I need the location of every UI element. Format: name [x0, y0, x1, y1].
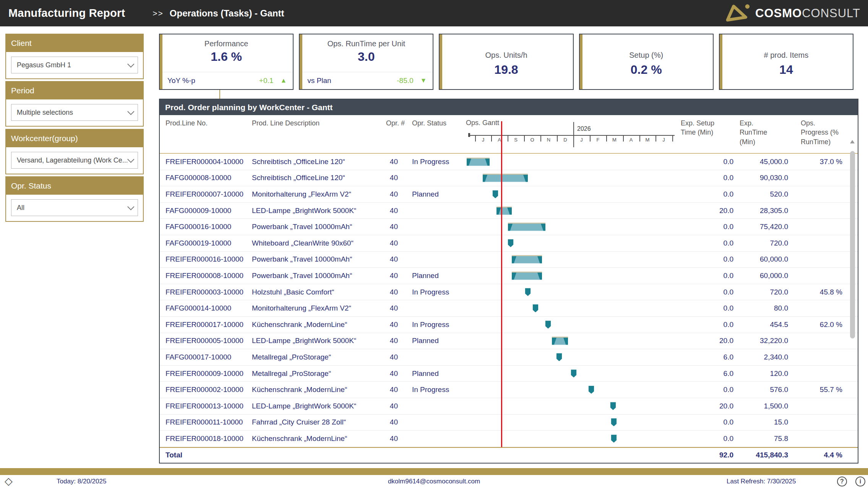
gantt-milestone-marker[interactable]: [533, 304, 539, 312]
kpi-caption: YoY %-p: [167, 76, 195, 85]
gantt-today-line: [501, 121, 502, 447]
gantt-task-bar[interactable]: [496, 207, 512, 215]
opr-number: 40: [383, 158, 407, 166]
prod-line-no: FAFG000014-10000: [165, 304, 252, 312]
gantt-milestone-marker[interactable]: [508, 239, 514, 247]
gantt-milestone-marker[interactable]: [556, 353, 562, 361]
col-header-ops-progress[interactable]: Ops. Progress (% RunTime): [793, 115, 847, 153]
table-row[interactable]: FAFG000008-10000 Schreibtisch „OfficeLin…: [160, 170, 858, 187]
gantt-month-label: A: [627, 137, 635, 143]
gantt-task-bar[interactable]: [552, 337, 568, 345]
gantt-year-label: 2026: [577, 125, 591, 133]
prod-line-no: FREIFER000013-10000: [165, 402, 252, 410]
exp-runtime: 60,000.0: [738, 255, 793, 264]
exp-setup-time: 0.0: [677, 239, 738, 247]
ops-progress: 55.7 %: [793, 386, 847, 394]
scrollbar-up-arrow[interactable]: [850, 140, 855, 143]
table-row[interactable]: FREIFER000016-10000 Powerbank „Travel 10…: [160, 252, 858, 268]
opr-number: 40: [383, 207, 407, 215]
gantt-cell: [465, 317, 677, 333]
bar-end-cap: [563, 338, 568, 345]
prod-line-description: Küchenschrank „ModernLine“: [252, 320, 383, 329]
kpi-value: 19.8: [440, 63, 573, 77]
opr-status: In Progress: [407, 386, 465, 394]
col-header-opr-status[interactable]: Opr. Status: [407, 115, 465, 153]
gantt-task-bar[interactable]: [467, 158, 490, 166]
gantt-month-label: N: [545, 137, 553, 143]
exp-runtime: 80.0: [738, 304, 793, 312]
opr-number: 40: [383, 288, 407, 296]
table-row[interactable]: FREIFER000004-10000 Schreibtisch „Office…: [160, 154, 858, 170]
col-header-exp-setup[interactable]: Exp. Setup Time (Min): [677, 115, 738, 153]
info-icon[interactable]: i: [855, 477, 865, 486]
exp-runtime: 32,220.0: [738, 337, 793, 345]
table-row[interactable]: FAFG000017-10000 Metallregal „ProStorage…: [160, 349, 858, 366]
bar-start-cap: [467, 158, 471, 166]
prod-line-description: Powerbank „Travel 10000mAh“: [252, 223, 383, 231]
table-row[interactable]: FREIFER000013-10000 LED-Lampe „BrightWor…: [160, 398, 858, 415]
col-header-description[interactable]: Prod. Line Description: [252, 115, 383, 153]
period-dropdown-value: Multiple selections: [17, 109, 73, 117]
table-row[interactable]: FREIFER000009-10000 Metallregal „ProStor…: [160, 366, 858, 382]
gantt-task-bar[interactable]: [508, 223, 545, 231]
table-row[interactable]: FAFG000014-10000 Monitorhalterung „FlexA…: [160, 300, 858, 317]
exp-runtime: 60,000.0: [738, 272, 793, 280]
gantt-milestone-marker[interactable]: [493, 190, 498, 198]
table-row[interactable]: FAFG000019-10000 Whiteboard „CleanWrite …: [160, 235, 858, 252]
opr-status: Planned: [407, 190, 465, 198]
scrollbar-thumb[interactable]: [850, 151, 855, 338]
exp-setup-time: 0.0: [677, 223, 738, 231]
opr-status-dropdown[interactable]: All: [11, 199, 138, 216]
gantt-task-bar[interactable]: [512, 272, 542, 280]
table-row[interactable]: FAFG000009-10000 LED-Lampe „BrightWork 5…: [160, 203, 858, 219]
opr-status-dropdown-value: All: [17, 204, 24, 212]
table-row[interactable]: FREIFER000003-10000 Holzstuhl „Basic Com…: [160, 284, 858, 301]
gantt-month-label: J: [479, 137, 487, 143]
exp-setup-time: 0.0: [677, 434, 738, 443]
opr-number: 40: [383, 402, 407, 410]
gantt-cell: [465, 203, 677, 219]
col-header-ops-gantt[interactable]: Ops. Gantt 2026 JASONDJFMAMJ: [465, 115, 677, 153]
prod-line-description: Metallregal „ProStorage“: [252, 369, 383, 378]
exp-setup-time: 0.0: [677, 190, 738, 198]
gantt-milestone-marker[interactable]: [571, 369, 577, 377]
col-header-opr-no[interactable]: Opr. #: [383, 115, 407, 153]
help-icon[interactable]: ?: [837, 477, 847, 486]
table-row[interactable]: FREIFER000005-10000 LED-Lampe „BrightWor…: [160, 333, 858, 350]
col-header-prod-line-no[interactable]: Prod.Line No.: [165, 115, 252, 153]
gantt-cell: [465, 268, 677, 284]
gantt-task-bar[interactable]: [483, 174, 528, 182]
table-row[interactable]: FREIFER000002-10000 Küchenschrank „Moder…: [160, 382, 858, 398]
table-row[interactable]: FREIFER000011-10000 Fahrrad „City Cruise…: [160, 415, 858, 431]
chevron-down-icon: [127, 60, 134, 67]
cosmo-consult-logo: COSMOCONSULT: [723, 3, 860, 24]
gantt-milestone-marker[interactable]: [611, 418, 617, 426]
exp-runtime: 1,500.0: [738, 402, 793, 410]
table-row[interactable]: FAFG000016-10000 Powerbank „Travel 10000…: [160, 219, 858, 235]
gantt-milestone-marker[interactable]: [589, 386, 594, 394]
client-dropdown[interactable]: Pegasus GmbH 1: [11, 57, 138, 73]
prod-line-no: FAFG000016-10000: [165, 223, 252, 231]
col-header-text: Exp. RunTime (Min): [738, 119, 774, 146]
gantt-milestone-marker[interactable]: [545, 320, 551, 329]
gantt-cell: [465, 349, 677, 365]
table-row[interactable]: FREIFER000017-10000 Küchenschrank „Moder…: [160, 317, 858, 333]
gantt-task-bar[interactable]: [512, 255, 542, 264]
report-title: Manufacturing Report: [8, 7, 125, 20]
workcenter-dropdown[interactable]: Versand, Lagerabteilung (Work Ce...: [11, 152, 138, 169]
exp-runtime: 28,305.0: [738, 207, 793, 215]
gantt-month-label: A: [495, 137, 504, 143]
gantt-milestone-marker[interactable]: [610, 402, 616, 410]
gantt-milestone-marker[interactable]: [611, 434, 617, 442]
opr-status: Planned: [407, 272, 465, 280]
prod-line-description: Küchenschrank „ModernLine“: [252, 434, 383, 443]
table-row[interactable]: FREIFER000008-10000 Powerbank „Travel 10…: [160, 268, 858, 284]
period-dropdown[interactable]: Multiple selections: [11, 104, 138, 121]
col-header-exp-runtime[interactable]: Exp. RunTime (Min): [738, 115, 793, 153]
table-row[interactable]: FREIFER000007-10000 Monitorhalterung „Fl…: [160, 186, 858, 203]
kpi-delta: -85.0: [397, 76, 413, 85]
gantt-milestone-marker[interactable]: [525, 288, 531, 296]
prod-line-no: FAFG000019-10000: [165, 239, 252, 247]
kpi-card-row: Performance 1.6 % YoY %-p +0.1 ▲ Ops. Ru…: [159, 34, 853, 90]
table-row[interactable]: FREIFER000018-10000 Küchenschrank „Moder…: [160, 431, 858, 447]
